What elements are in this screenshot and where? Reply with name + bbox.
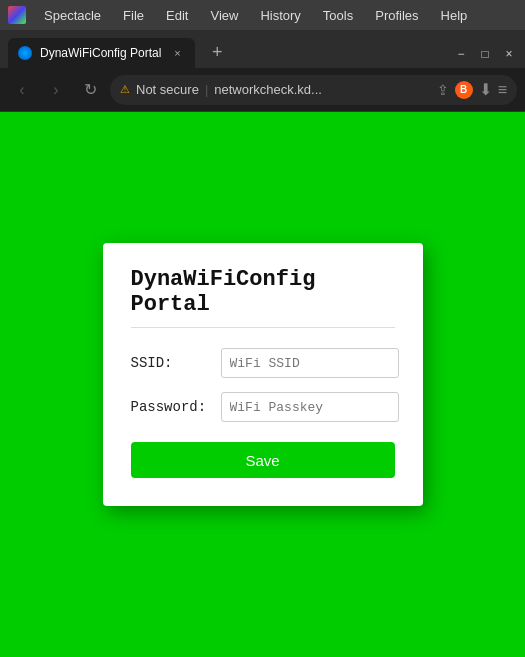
menu-history[interactable]: History	[256, 6, 304, 25]
menu-profiles[interactable]: Profiles	[371, 6, 422, 25]
close-button[interactable]: ×	[501, 46, 517, 62]
browser-menu-button[interactable]: ≡	[498, 81, 507, 99]
password-input[interactable]	[221, 392, 399, 422]
app-icon	[8, 6, 26, 24]
reload-button[interactable]: ↻	[76, 76, 104, 104]
browser-window: DynaWiFiConfig Portal × + − □ × ‹ › ↻ ⚠ …	[0, 30, 525, 657]
share-icon[interactable]: ⇪	[437, 82, 449, 98]
menu-edit[interactable]: Edit	[162, 6, 192, 25]
portal-card: DynaWiFiConfig Portal SSID: Password: Sa…	[103, 243, 423, 506]
back-button[interactable]: ‹	[8, 76, 36, 104]
tab-bar: DynaWiFiConfig Portal × + − □ ×	[0, 30, 525, 68]
page-content: DynaWiFiConfig Portal SSID: Password: Sa…	[0, 112, 525, 657]
ssid-row: SSID:	[131, 348, 395, 378]
save-button[interactable]: Save	[131, 442, 395, 478]
system-menu-bar: Spectacle File Edit View History Tools P…	[0, 0, 525, 30]
forward-button[interactable]: ›	[42, 76, 70, 104]
ssid-input[interactable]	[221, 348, 399, 378]
menu-file[interactable]: File	[119, 6, 148, 25]
portal-title: DynaWiFiConfig Portal	[131, 267, 395, 328]
window-controls: − □ ×	[453, 46, 517, 68]
menu-view[interactable]: View	[206, 6, 242, 25]
menu-spectacle[interactable]: Spectacle	[40, 6, 105, 25]
maximize-button[interactable]: □	[477, 46, 493, 62]
brave-shield-icon: B	[455, 81, 473, 99]
tab-favicon-icon	[18, 46, 32, 60]
address-bar[interactable]: ⚠ Not secure | networkcheck.kd... ⇪ B ⬇ …	[110, 75, 517, 105]
menu-help[interactable]: Help	[437, 6, 472, 25]
tab-title: DynaWiFiConfig Portal	[40, 46, 161, 60]
menu-tools[interactable]: Tools	[319, 6, 357, 25]
download-icon[interactable]: ⬇	[479, 80, 492, 99]
security-text: Not secure	[136, 82, 199, 97]
ssid-label: SSID:	[131, 355, 211, 371]
browser-tab-active[interactable]: DynaWiFiConfig Portal ×	[8, 38, 195, 68]
navigation-bar: ‹ › ↻ ⚠ Not secure | networkcheck.kd... …	[0, 68, 525, 112]
address-text: networkcheck.kd...	[214, 82, 430, 97]
new-tab-button[interactable]: +	[203, 38, 231, 66]
security-warning-icon: ⚠	[120, 83, 130, 96]
tab-close-button[interactable]: ×	[169, 45, 185, 61]
password-row: Password:	[131, 392, 395, 422]
password-label: Password:	[131, 399, 211, 415]
minimize-button[interactable]: −	[453, 46, 469, 62]
